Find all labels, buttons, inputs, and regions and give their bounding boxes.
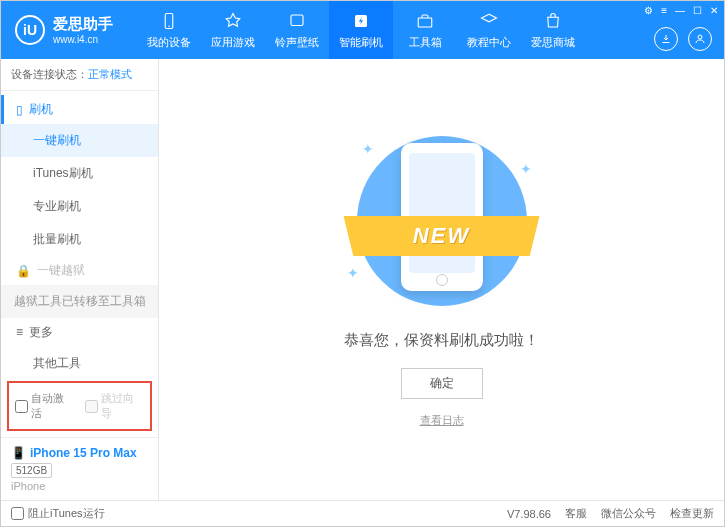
user-button[interactable] (688, 27, 712, 51)
footer-wechat[interactable]: 微信公众号 (601, 506, 656, 521)
group-more[interactable]: ≡更多 (1, 318, 158, 347)
sidebar-item-itunes-flash[interactable]: iTunes刷机 (1, 157, 158, 190)
footer-support[interactable]: 客服 (565, 506, 587, 521)
options-highlight: 自动激活 跳过向导 (7, 381, 152, 431)
more-icon: ≡ (16, 325, 23, 339)
toolbox-icon (415, 11, 435, 31)
new-ribbon: NEW (344, 216, 540, 256)
flash-icon (351, 11, 371, 31)
lock-icon: 🔒 (16, 264, 31, 278)
device-name[interactable]: 📱iPhone 15 Pro Max (11, 446, 148, 460)
version-label: V7.98.66 (507, 508, 551, 520)
connection-status: 设备连接状态：正常模式 (1, 59, 158, 91)
minimize-icon[interactable]: — (675, 5, 685, 16)
logo-icon: iU (15, 15, 45, 45)
svg-rect-2 (291, 15, 303, 26)
nav-ringtone[interactable]: 铃声壁纸 (265, 1, 329, 59)
device-info: 📱iPhone 15 Pro Max 512GB iPhone (1, 437, 158, 500)
success-message: 恭喜您，保资料刷机成功啦！ (344, 331, 539, 350)
app-title: 爱思助手 (53, 15, 113, 34)
view-log-link[interactable]: 查看日志 (420, 413, 464, 428)
svg-rect-4 (418, 18, 432, 27)
apps-icon (223, 11, 243, 31)
window-controls: ⚙ ≡ — ☐ ✕ (644, 5, 718, 16)
store-icon (543, 11, 563, 31)
auto-activate-checkbox[interactable]: 自动激活 (15, 391, 75, 421)
sidebar-item-other-tools[interactable]: 其他工具 (1, 347, 158, 375)
nav-apps[interactable]: 应用游戏 (201, 1, 265, 59)
sidebar: 设备连接状态：正常模式 ▯刷机 一键刷机 iTunes刷机 专业刷机 批量刷机 … (1, 59, 159, 500)
menu-icon[interactable]: ≡ (661, 5, 667, 16)
skip-wizard-checkbox[interactable]: 跳过向导 (85, 391, 145, 421)
nav-my-device[interactable]: 我的设备 (137, 1, 201, 59)
ringtone-icon (287, 11, 307, 31)
phone-small-icon: 📱 (11, 446, 26, 460)
nav-store[interactable]: 爱思商城 (521, 1, 585, 59)
svg-point-1 (168, 25, 170, 27)
sidebar-item-oneclick-flash[interactable]: 一键刷机 (1, 124, 158, 157)
app-subtitle: www.i4.cn (53, 34, 113, 45)
nav-flash[interactable]: 智能刷机 (329, 1, 393, 59)
success-illustration: ✦ ✦ ✦ NEW (352, 131, 532, 311)
group-jailbreak: 🔒一键越狱 (1, 256, 158, 285)
sidebar-item-batch-flash[interactable]: 批量刷机 (1, 223, 158, 256)
maximize-icon[interactable]: ☐ (693, 5, 702, 16)
main-nav: 我的设备 应用游戏 铃声壁纸 智能刷机 工具箱 教程中心 爱思商城 (137, 1, 585, 59)
device-icon (159, 11, 179, 31)
main-content: ✦ ✦ ✦ NEW 恭喜您，保资料刷机成功啦！ 确定 查看日志 (159, 59, 724, 500)
ok-button[interactable]: 确定 (401, 368, 483, 399)
svg-point-5 (698, 35, 702, 39)
tutorial-icon (479, 11, 499, 31)
status-bar: 阻止iTunes运行 V7.98.66 客服 微信公众号 检查更新 (1, 500, 724, 526)
header-actions (654, 27, 712, 51)
nav-tutorial[interactable]: 教程中心 (457, 1, 521, 59)
settings-icon[interactable]: ⚙ (644, 5, 653, 16)
jailbreak-note: 越狱工具已转移至工具箱 (1, 285, 158, 318)
download-button[interactable] (654, 27, 678, 51)
device-type: iPhone (11, 480, 148, 492)
block-itunes-checkbox[interactable]: 阻止iTunes运行 (11, 506, 105, 521)
logo: iU 爱思助手 www.i4.cn (1, 15, 127, 45)
phone-icon: ▯ (16, 103, 23, 117)
footer-update[interactable]: 检查更新 (670, 506, 714, 521)
app-header: iU 爱思助手 www.i4.cn 我的设备 应用游戏 铃声壁纸 智能刷机 工具… (1, 1, 724, 59)
close-icon[interactable]: ✕ (710, 5, 718, 16)
sidebar-item-pro-flash[interactable]: 专业刷机 (1, 190, 158, 223)
storage-badge: 512GB (11, 463, 52, 478)
group-flash[interactable]: ▯刷机 (1, 95, 158, 124)
nav-toolbox[interactable]: 工具箱 (393, 1, 457, 59)
